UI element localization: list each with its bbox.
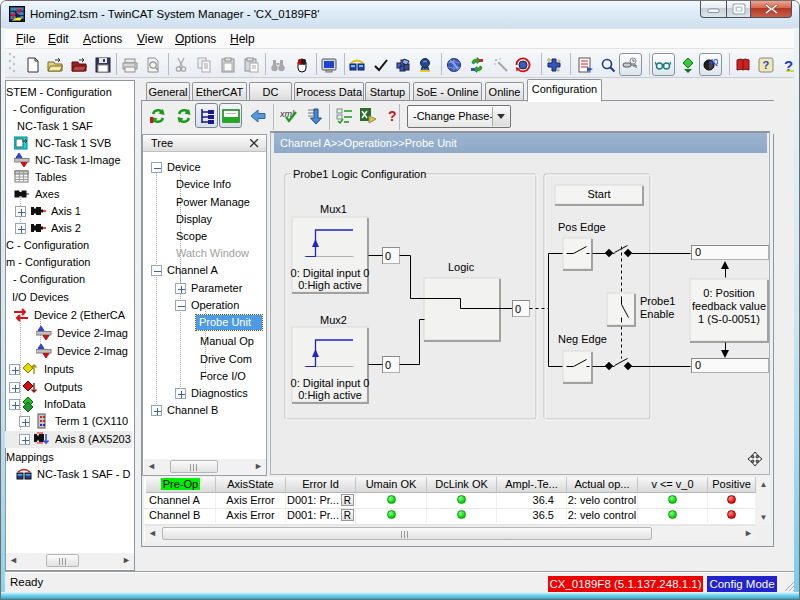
- svg-text:0: 0: [385, 250, 391, 262]
- svg-text:Enable: Enable: [640, 308, 674, 320]
- svg-text:feedback value: feedback value: [692, 300, 766, 312]
- svg-text:1 (S-0-0051): 1 (S-0-0051): [698, 313, 760, 325]
- svg-text:0: Digital input 0: 0: Digital input 0: [291, 377, 370, 389]
- svg-text:Start: Start: [587, 188, 610, 200]
- svg-text:0:High active: 0:High active: [298, 279, 362, 291]
- svg-text:Mux2: Mux2: [320, 314, 347, 326]
- svg-text:0: Digital input 0: 0: Digital input 0: [291, 267, 370, 279]
- svg-text:Pos Edge: Pos Edge: [558, 221, 606, 233]
- svg-text:0: 0: [695, 246, 701, 258]
- svg-text:0: 0: [515, 303, 521, 315]
- svg-text:0:High active: 0:High active: [298, 389, 362, 401]
- svg-text:Logic: Logic: [448, 261, 475, 273]
- svg-text:Probe1: Probe1: [640, 295, 675, 307]
- svg-text:Mux1: Mux1: [320, 203, 347, 215]
- svg-text:0: 0: [385, 359, 391, 371]
- svg-text:0: 0: [695, 359, 701, 371]
- svg-text:Probe1 Logic Configuration: Probe1 Logic Configuration: [293, 168, 426, 180]
- svg-text:0: Position: 0: Position: [703, 287, 754, 299]
- svg-text:?: ?: [763, 59, 770, 71]
- svg-text:?: ?: [388, 108, 397, 124]
- svg-text:Neg Edge: Neg Edge: [558, 333, 607, 345]
- svg-text:IQ: IQ: [711, 58, 718, 66]
